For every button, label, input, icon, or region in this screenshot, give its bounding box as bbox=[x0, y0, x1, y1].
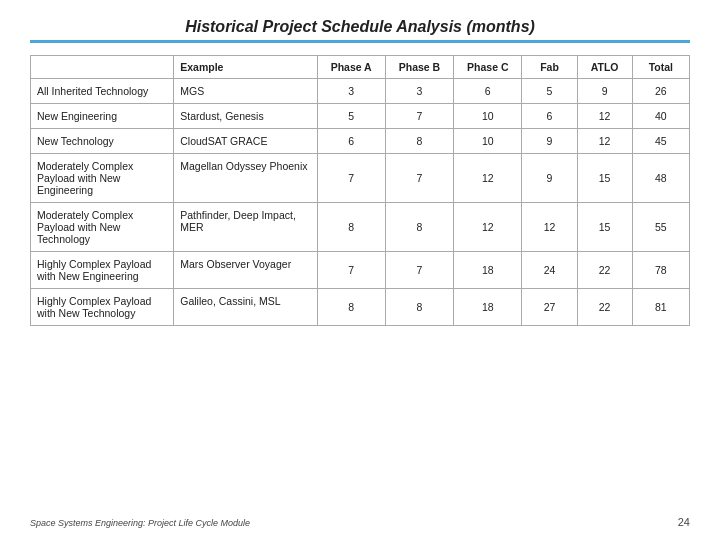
cell-phaseC: 6 bbox=[454, 79, 522, 104]
cell-total: 45 bbox=[632, 129, 689, 154]
schedule-table: Example Phase A Phase B Phase C Fab ATLO… bbox=[30, 55, 690, 326]
cell-phaseA: 8 bbox=[317, 203, 385, 252]
table-row: Highly Complex Payload with New Technolo… bbox=[31, 289, 690, 326]
title-underline bbox=[30, 40, 690, 43]
cell-phaseA: 7 bbox=[317, 252, 385, 289]
cell-phaseA: 7 bbox=[317, 154, 385, 203]
cell-atlo: 22 bbox=[577, 252, 632, 289]
cell-example: Stardust, Genesis bbox=[174, 104, 317, 129]
cell-atlo: 15 bbox=[577, 154, 632, 203]
header-phaseA: Phase A bbox=[317, 56, 385, 79]
cell-category: Moderately Complex Payload with New Engi… bbox=[31, 154, 174, 203]
cell-category: Moderately Complex Payload with New Tech… bbox=[31, 203, 174, 252]
page: Historical Project Schedule Analysis (mo… bbox=[0, 0, 720, 540]
cell-fab: 9 bbox=[522, 154, 577, 203]
table-row: Moderately Complex Payload with New Tech… bbox=[31, 203, 690, 252]
cell-category: New Engineering bbox=[31, 104, 174, 129]
cell-phaseA: 5 bbox=[317, 104, 385, 129]
cell-total: 55 bbox=[632, 203, 689, 252]
header-fab: Fab bbox=[522, 56, 577, 79]
cell-phaseA: 8 bbox=[317, 289, 385, 326]
cell-phaseC: 10 bbox=[454, 129, 522, 154]
page-title: Historical Project Schedule Analysis (mo… bbox=[30, 18, 690, 36]
cell-atlo: 15 bbox=[577, 203, 632, 252]
cell-example: CloudSAT GRACE bbox=[174, 129, 317, 154]
cell-phaseB: 8 bbox=[385, 289, 453, 326]
cell-fab: 24 bbox=[522, 252, 577, 289]
cell-phaseA: 6 bbox=[317, 129, 385, 154]
table-row: Moderately Complex Payload with New Engi… bbox=[31, 154, 690, 203]
cell-atlo: 22 bbox=[577, 289, 632, 326]
cell-total: 81 bbox=[632, 289, 689, 326]
cell-atlo: 9 bbox=[577, 79, 632, 104]
cell-total: 40 bbox=[632, 104, 689, 129]
header-phaseB: Phase B bbox=[385, 56, 453, 79]
cell-phaseC: 18 bbox=[454, 289, 522, 326]
cell-example: Pathfinder, Deep Impact, MER bbox=[174, 203, 317, 252]
cell-category: Highly Complex Payload with New Technolo… bbox=[31, 289, 174, 326]
header-total: Total bbox=[632, 56, 689, 79]
footer-right: 24 bbox=[678, 516, 690, 528]
table-row: New TechnologyCloudSAT GRACE681091245 bbox=[31, 129, 690, 154]
cell-phaseC: 10 bbox=[454, 104, 522, 129]
cell-fab: 9 bbox=[522, 129, 577, 154]
cell-example: Magellan Odyssey Phoenix bbox=[174, 154, 317, 203]
cell-phaseB: 7 bbox=[385, 104, 453, 129]
footer-left: Space Systems Engineering: Project Life … bbox=[30, 518, 250, 528]
cell-fab: 12 bbox=[522, 203, 577, 252]
cell-phaseC: 12 bbox=[454, 154, 522, 203]
cell-atlo: 12 bbox=[577, 104, 632, 129]
cell-total: 26 bbox=[632, 79, 689, 104]
cell-phaseB: 3 bbox=[385, 79, 453, 104]
cell-phaseB: 7 bbox=[385, 154, 453, 203]
cell-atlo: 12 bbox=[577, 129, 632, 154]
cell-phaseB: 8 bbox=[385, 129, 453, 154]
table-row: Highly Complex Payload with New Engineer… bbox=[31, 252, 690, 289]
cell-total: 78 bbox=[632, 252, 689, 289]
cell-category: All Inherited Technology bbox=[31, 79, 174, 104]
cell-example: Galileo, Cassini, MSL bbox=[174, 289, 317, 326]
cell-phaseC: 18 bbox=[454, 252, 522, 289]
table-row: New EngineeringStardust, Genesis57106124… bbox=[31, 104, 690, 129]
cell-phaseC: 12 bbox=[454, 203, 522, 252]
title-area: Historical Project Schedule Analysis (mo… bbox=[30, 0, 690, 47]
cell-total: 48 bbox=[632, 154, 689, 203]
header-category bbox=[31, 56, 174, 79]
header-phaseC: Phase C bbox=[454, 56, 522, 79]
cell-category: New Technology bbox=[31, 129, 174, 154]
cell-phaseB: 7 bbox=[385, 252, 453, 289]
cell-fab: 27 bbox=[522, 289, 577, 326]
table-row: All Inherited TechnologyMGS3365926 bbox=[31, 79, 690, 104]
header-atlo: ATLO bbox=[577, 56, 632, 79]
cell-category: Highly Complex Payload with New Engineer… bbox=[31, 252, 174, 289]
cell-fab: 6 bbox=[522, 104, 577, 129]
table-header-row: Example Phase A Phase B Phase C Fab ATLO… bbox=[31, 56, 690, 79]
header-example: Example bbox=[174, 56, 317, 79]
cell-example: MGS bbox=[174, 79, 317, 104]
cell-phaseA: 3 bbox=[317, 79, 385, 104]
cell-fab: 5 bbox=[522, 79, 577, 104]
cell-phaseB: 8 bbox=[385, 203, 453, 252]
cell-example: Mars Observer Voyager bbox=[174, 252, 317, 289]
